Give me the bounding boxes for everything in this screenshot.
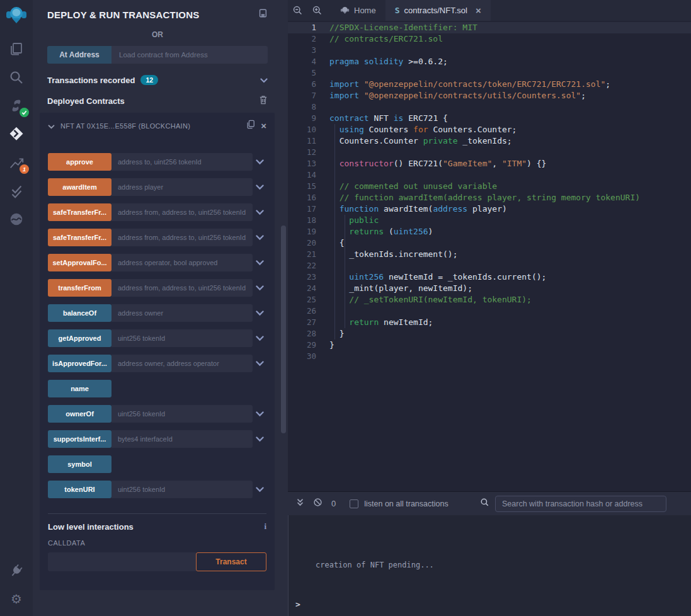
code-line[interactable]: 5 [288,67,691,79]
function-args-input[interactable] [111,430,253,448]
code-line[interactable]: 25 // _setTokenURI(newItemId, tokenURI); [288,294,691,305]
listen-all-checkbox[interactable] [350,499,358,508]
code-line[interactable]: 16 // function awardItem(address player,… [288,192,691,203]
contract-function-button[interactable]: ownerOf [48,405,111,423]
tab-nft-sol[interactable]: S contracts/NFT.sol × [385,0,491,21]
function-args-input[interactable] [111,405,253,423]
trash-icon[interactable] [259,95,268,107]
function-args-input[interactable] [111,481,253,498]
deploy-run-icon[interactable] [5,123,28,145]
contract-function-button[interactable]: approve [48,153,111,171]
contract-function-button[interactable]: tokenURI [48,481,111,498]
code-line[interactable]: 8 [288,101,691,113]
code-line[interactable]: 2// contracts/ERC721.sol [288,33,691,45]
contract-function-button[interactable]: getApproved [48,329,111,347]
code-line[interactable]: 6import "@openzeppelin/contracts/token/E… [288,79,691,90]
code-line[interactable]: 19 returns (uint256) [288,226,691,237]
contract-function-button[interactable]: safeTransferFr... [48,203,111,221]
expand-function-icon[interactable] [253,178,266,196]
contract-function-button[interactable]: transferFrom [48,279,111,297]
expand-function-icon[interactable] [253,481,266,498]
at-address-button[interactable]: At Address [47,46,111,64]
code-line[interactable]: 14 [288,169,691,181]
expand-function-icon[interactable] [253,203,266,221]
terminal-prompt[interactable]: > [295,600,300,609]
code-line[interactable]: 20 { [288,237,691,249]
expand-function-icon[interactable] [253,405,266,423]
search-icon[interactable] [5,66,28,89]
code-line[interactable]: 9contract NFT is ERC721 { [288,113,691,124]
expand-terminal-icon[interactable] [296,498,304,510]
code-line[interactable]: 29} [288,339,691,351]
function-args-input[interactable] [111,329,253,347]
terminal-search-input[interactable] [495,496,666,512]
contract-function-button[interactable]: awardItem [48,178,111,196]
code-line[interactable]: 17 function awardItem(address player) [288,203,691,215]
panel-scrollbar-thumb[interactable] [281,225,286,433]
calldata-input[interactable] [48,552,196,571]
contract-function-button[interactable]: setApprovalFo... [48,254,111,271]
chevron-down-icon[interactable] [260,74,268,86]
terminal-output[interactable]: creation of NFT pending... > [288,515,691,616]
zoom-out-icon[interactable] [288,0,307,21]
function-args-input[interactable] [111,203,253,221]
function-args-input[interactable] [111,178,253,196]
solidity-compiler-icon[interactable] [5,94,28,117]
code-line[interactable]: 11 Counters.Counter private _tokenIds; [288,135,691,147]
expand-function-icon[interactable] [253,279,266,297]
code-line[interactable]: 24 _mint(player, newItemId); [288,283,691,294]
code-line[interactable]: 13 constructor() ERC721("GameItem", "ITM… [288,158,691,169]
code-line[interactable]: 26 [288,305,691,317]
contract-function-button[interactable]: balanceOf [48,304,111,322]
remix-logo-icon[interactable] [5,4,28,26]
code-line[interactable]: 3 [288,45,691,56]
function-args-input[interactable] [111,254,253,271]
at-address-input[interactable] [111,46,268,64]
contract-function-button[interactable]: symbol [48,455,111,473]
function-args-input[interactable] [111,355,253,372]
contract-function-button[interactable]: name [48,380,111,397]
code-line[interactable]: 7import "@openzeppelin/contracts/utils/C… [288,90,691,101]
statistics-icon[interactable]: 1 [5,151,28,174]
panel-scrollbar-track[interactable] [275,0,288,616]
expand-function-icon[interactable] [253,355,266,372]
code-line[interactable]: 30 [288,351,691,362]
expand-function-icon[interactable] [253,153,266,171]
clear-terminal-icon[interactable] [313,498,323,510]
code-line[interactable]: 22 [288,260,691,271]
plugin-circle-icon[interactable] [5,208,28,231]
expand-function-icon[interactable] [253,304,266,322]
function-args-input[interactable] [111,304,253,322]
book-icon[interactable] [258,8,268,21]
code-line[interactable]: 12 [288,147,691,158]
file-explorer-icon[interactable] [5,38,28,60]
function-args-input[interactable] [111,153,253,171]
transact-button[interactable]: Transact [196,552,266,571]
function-args-input[interactable] [111,279,253,297]
code-line[interactable]: 4pragma solidity >=0.6.2; [288,56,691,67]
settings-gear-icon[interactable]: ⚙ [5,588,28,610]
expand-function-icon[interactable] [253,229,266,246]
tab-home[interactable]: Home [331,0,385,21]
collapse-contract-icon[interactable] [48,120,55,132]
expand-function-icon[interactable] [253,430,266,448]
plugin-manager-icon[interactable] [5,559,28,582]
contract-function-button[interactable]: safeTransferFr... [48,229,111,246]
function-args-input[interactable] [111,229,253,246]
code-line[interactable]: 1//SPDX-License-Identifier: MIT [288,22,691,33]
contract-function-button[interactable]: supportsInterf... [48,430,111,448]
code-line[interactable]: 23 uint256 newItemId = _tokenIds.current… [288,271,691,283]
close-tab-icon[interactable]: × [476,5,481,16]
expand-function-icon[interactable] [253,254,266,271]
expand-function-icon[interactable] [253,329,266,347]
remove-contract-icon[interactable]: × [261,120,266,131]
code-line[interactable]: 28 } [288,328,691,339]
zoom-in-icon[interactable] [307,0,327,21]
contract-function-button[interactable]: isApprovedFor... [48,355,111,372]
code-line[interactable]: 27 return newItemId; [288,317,691,328]
code-editor[interactable]: 1//SPDX-License-Identifier: MIT2// contr… [288,21,691,491]
code-line[interactable]: 10 using Counters for Counters.Counter; [288,124,691,135]
code-line[interactable]: 21 _tokenIds.increment(); [288,249,691,260]
copy-address-icon[interactable] [246,120,255,132]
info-icon[interactable]: i [264,522,266,532]
